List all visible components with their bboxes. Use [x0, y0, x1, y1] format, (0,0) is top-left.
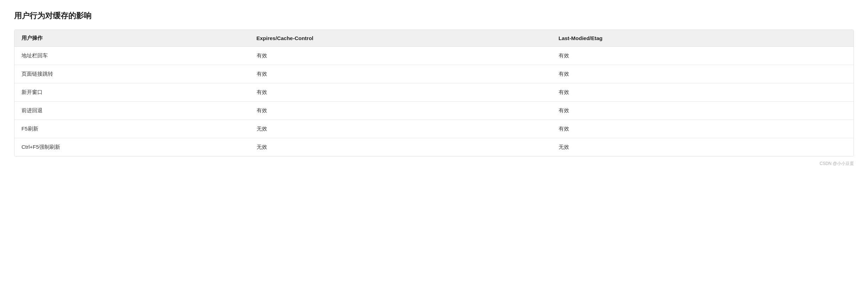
table-header: 用户操作 Expires/Cache-Control Last-Modied/E…: [14, 30, 854, 47]
table-row: 地址栏回车有效有效: [14, 47, 854, 65]
page-title: 用户行为对缓存的影响: [14, 11, 854, 21]
cell-3-2: 有效: [552, 102, 854, 120]
cell-4-0: F5刷新: [14, 120, 250, 138]
cell-2-1: 有效: [250, 83, 552, 102]
table-body: 地址栏回车有效有效页面链接跳转有效有效新开窗口有效有效前进回退有效有效F5刷新无…: [14, 47, 854, 156]
cell-3-1: 有效: [250, 102, 552, 120]
cell-1-2: 有效: [552, 65, 854, 83]
cell-4-1: 无效: [250, 120, 552, 138]
watermark: CSDN @小小豆蛋: [14, 161, 854, 167]
table-row: 前进回退有效有效: [14, 102, 854, 120]
cache-table: 用户操作 Expires/Cache-Control Last-Modied/E…: [14, 30, 854, 156]
header-row: 用户操作 Expires/Cache-Control Last-Modied/E…: [14, 30, 854, 47]
cell-5-0: Ctrl+F5强制刷新: [14, 138, 250, 156]
cell-5-2: 无效: [552, 138, 854, 156]
cell-0-1: 有效: [250, 47, 552, 65]
col-header-etag: Last-Modied/Etag: [552, 30, 854, 47]
cell-1-0: 页面链接跳转: [14, 65, 250, 83]
cell-2-2: 有效: [552, 83, 854, 102]
col-header-expires: Expires/Cache-Control: [250, 30, 552, 47]
cell-5-1: 无效: [250, 138, 552, 156]
cell-3-0: 前进回退: [14, 102, 250, 120]
cell-1-1: 有效: [250, 65, 552, 83]
table-row: 新开窗口有效有效: [14, 83, 854, 102]
table-row: Ctrl+F5强制刷新无效无效: [14, 138, 854, 156]
cell-2-0: 新开窗口: [14, 83, 250, 102]
cell-0-0: 地址栏回车: [14, 47, 250, 65]
table-wrapper: 用户操作 Expires/Cache-Control Last-Modied/E…: [14, 30, 854, 156]
table-row: 页面链接跳转有效有效: [14, 65, 854, 83]
cell-0-2: 有效: [552, 47, 854, 65]
col-header-action: 用户操作: [14, 30, 250, 47]
cell-4-2: 有效: [552, 120, 854, 138]
table-row: F5刷新无效有效: [14, 120, 854, 138]
